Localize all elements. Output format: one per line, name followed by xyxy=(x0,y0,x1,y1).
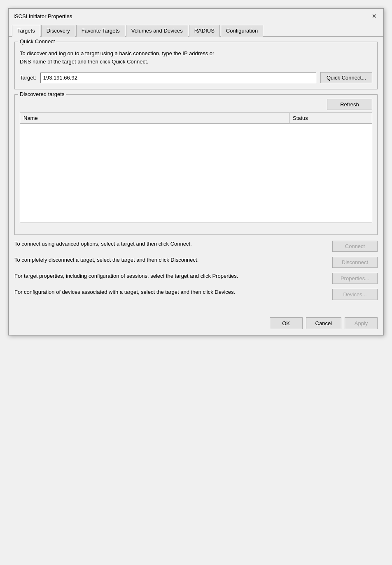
discovered-targets-header: Refresh xyxy=(20,99,372,110)
tab-content: Quick Connect To discover and log on to … xyxy=(9,37,383,305)
disconnect-button[interactable]: Disconnect xyxy=(332,257,378,268)
dialog-footer: OK Cancel Apply xyxy=(9,313,383,335)
target-input[interactable] xyxy=(40,73,316,83)
devices-button[interactable]: Devices... xyxy=(332,289,378,300)
tab-configuration[interactable]: Configuration xyxy=(221,25,263,37)
ok-button[interactable]: OK xyxy=(270,317,303,329)
title-bar: iSCSI Initiator Properties ✕ xyxy=(9,9,383,23)
tab-discovery[interactable]: Discovery xyxy=(41,25,75,37)
properties-button[interactable]: Properties... xyxy=(332,273,378,284)
quick-connect-group: Quick Connect To discover and log on to … xyxy=(14,42,378,89)
tab-volumes-devices[interactable]: Volumes and Devices xyxy=(126,25,188,37)
quick-connect-button[interactable]: Quick Connect... xyxy=(320,72,372,83)
apply-button[interactable]: Apply xyxy=(345,317,378,329)
connect-btn-col: Connect xyxy=(332,240,378,252)
properties-description: For target properties, including configu… xyxy=(14,272,327,280)
properties-btn-col: Properties... xyxy=(332,272,378,284)
target-label: Target: xyxy=(20,75,36,81)
column-status: Status xyxy=(289,113,372,123)
connect-description: To connect using advanced options, selec… xyxy=(14,240,327,248)
action-row-disconnect: To completely disconnect a target, selec… xyxy=(14,256,378,268)
actions-section: To connect using advanced options, selec… xyxy=(14,240,378,300)
tab-list: Targets Discovery Favorite Targets Volum… xyxy=(9,23,383,37)
devices-description: For configuration of devices associated … xyxy=(14,288,327,296)
connect-button[interactable]: Connect xyxy=(332,241,378,252)
window-title: iSCSI Initiator Properties xyxy=(14,13,72,19)
action-row-devices: For configuration of devices associated … xyxy=(14,288,378,300)
tab-targets[interactable]: Targets xyxy=(12,25,40,37)
target-row: Target: Quick Connect... xyxy=(20,72,372,83)
refresh-button[interactable]: Refresh xyxy=(327,99,372,110)
discovered-targets-title: Discovered targets xyxy=(18,91,66,97)
devices-btn-col: Devices... xyxy=(332,288,378,300)
column-name: Name xyxy=(20,113,289,123)
action-row-properties: For target properties, including configu… xyxy=(14,272,378,284)
tabs-container: Targets Discovery Favorite Targets Volum… xyxy=(9,23,383,305)
cancel-button[interactable]: Cancel xyxy=(306,317,341,329)
disconnect-btn-col: Disconnect xyxy=(332,256,378,268)
discovered-targets-group: Discovered targets Refresh Name Status xyxy=(14,94,378,235)
disconnect-description: To completely disconnect a target, selec… xyxy=(14,256,327,264)
quick-connect-description: To discover and log on to a target using… xyxy=(20,49,372,66)
quick-connect-title: Quick Connect xyxy=(18,38,56,45)
table-header-row: Name Status xyxy=(20,113,372,124)
dialog-window: iSCSI Initiator Properties ✕ Targets Dis… xyxy=(8,8,384,335)
tab-favorite-targets[interactable]: Favorite Targets xyxy=(76,25,125,37)
targets-table-wrapper: Name Status xyxy=(20,113,372,223)
tab-radius[interactable]: RADIUS xyxy=(189,25,220,37)
table-body xyxy=(20,124,372,223)
action-row-connect: To connect using advanced options, selec… xyxy=(14,240,378,252)
close-button[interactable]: ✕ xyxy=(370,12,378,20)
